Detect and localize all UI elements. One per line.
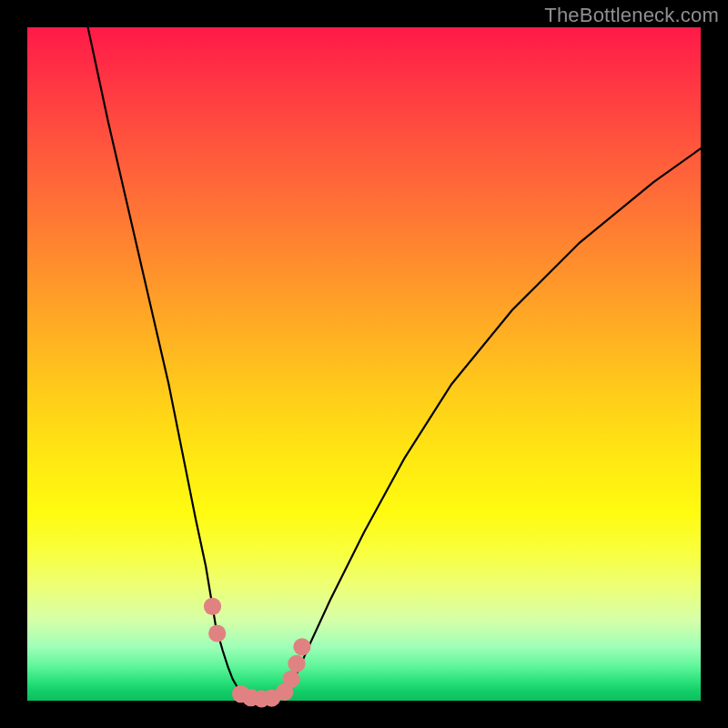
marker-9 bbox=[288, 655, 305, 672]
marker-8 bbox=[282, 671, 299, 688]
marker-2 bbox=[208, 624, 226, 642]
chart-frame: TheBottleneck.com bbox=[0, 0, 728, 728]
bottleneck-curve bbox=[88, 27, 701, 699]
plot-area bbox=[27, 27, 701, 701]
marker-10 bbox=[293, 638, 310, 655]
marker-1 bbox=[204, 598, 221, 615]
watermark-text: TheBottleneck.com bbox=[544, 4, 719, 27]
chart-svg bbox=[27, 27, 701, 701]
